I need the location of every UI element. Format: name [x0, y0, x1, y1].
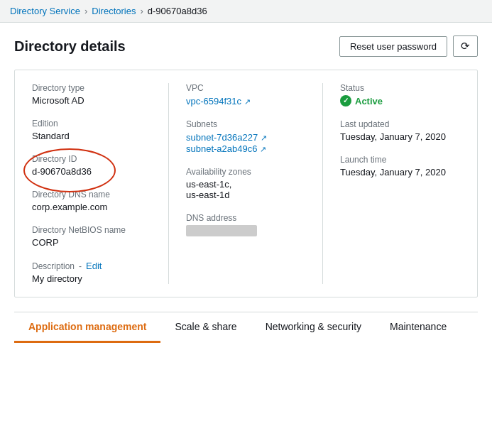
edition-group: Edition Standard: [32, 119, 151, 141]
launch-time-group: Launch time Tuesday, January 7, 2020: [340, 155, 460, 177]
directory-id-value: d-90670a8d36: [32, 166, 151, 177]
directory-dns-value: corp.example.com: [32, 202, 151, 212]
header-row: Directory details Reset user password ⟳: [14, 35, 478, 57]
dns-address-group: DNS address: [186, 213, 305, 237]
tabs-bar: Application management Scale & share Net…: [14, 312, 478, 343]
vpc-group: VPC vpc-6594f31c ↗: [186, 83, 305, 106]
directory-type-label: Directory type: [32, 83, 151, 93]
details-col-1: Directory type Microsoft AD Edition Stan…: [15, 83, 169, 284]
tab-networking-security[interactable]: Networking & security: [251, 312, 376, 343]
reset-user-password-button[interactable]: Reset user password: [339, 36, 447, 57]
description-value: My directory: [32, 273, 151, 284]
availability-zones-group: Availability zones us-east-1c, us-east-1…: [186, 167, 305, 200]
details-col-2: VPC vpc-6594f31c ↗ Subnets subnet-7d36a2…: [169, 83, 323, 284]
main-content: Directory details Reset user password ⟳ …: [0, 23, 492, 343]
tab-maintenance[interactable]: Maintenance: [376, 312, 461, 343]
breadcrumb-sep-2: ›: [140, 6, 143, 16]
details-col-3: Status Active Last updated Tuesday, Janu…: [323, 83, 477, 284]
subnet-2-value[interactable]: subnet-a2ab49c6: [186, 143, 257, 154]
subnet-2-ext-icon: ↗: [260, 145, 266, 153]
directory-dns-label: Directory DNS name: [32, 190, 151, 200]
directory-type-group: Directory type Microsoft AD: [32, 83, 151, 106]
breadcrumb: Directory Service › Directories › d-9067…: [0, 0, 492, 23]
vpc-label: VPC: [186, 83, 305, 93]
subnet-1-value[interactable]: subnet-7d36a227: [186, 132, 258, 143]
refresh-icon: ⟳: [461, 40, 470, 53]
directory-netbios-group: Directory NetBIOS name CORP: [32, 225, 151, 248]
header-actions: Reset user password ⟳: [339, 35, 478, 57]
edition-label: Edition: [32, 119, 151, 129]
tab-scale-share[interactable]: Scale & share: [160, 312, 251, 343]
vpc-value[interactable]: vpc-6594f31c: [186, 96, 241, 106]
description-edit-link[interactable]: Edit: [86, 261, 102, 271]
dns-address-label: DNS address: [186, 213, 305, 223]
directory-dns-group: Directory DNS name corp.example.com: [32, 190, 151, 212]
vpc-external-link-icon: ↗: [244, 97, 251, 106]
last-updated-group: Last updated Tuesday, January 7, 2020: [340, 119, 460, 142]
subnet-1-ext-icon: ↗: [261, 133, 267, 142]
availability-zones-label: Availability zones: [186, 167, 305, 177]
dns-address-value: [186, 225, 257, 236]
last-updated-label: Last updated: [340, 119, 460, 129]
breadcrumb-directories[interactable]: Directories: [92, 6, 136, 16]
description-group: Description - Edit My directory: [32, 261, 151, 284]
description-label-row: Description - Edit: [32, 261, 151, 271]
edition-value: Standard: [32, 131, 151, 141]
launch-time-label: Launch time: [340, 155, 460, 165]
description-label: Description: [32, 261, 75, 271]
status-value: Active: [340, 95, 460, 106]
last-updated-value: Tuesday, January 7, 2020: [340, 131, 460, 142]
directory-id-label: Directory ID: [32, 154, 151, 164]
subnets-label: Subnets: [186, 119, 305, 129]
breadcrumb-sep-1: ›: [84, 6, 87, 16]
availability-zones-value: us-east-1c, us-east-1d: [186, 179, 305, 200]
refresh-button[interactable]: ⟳: [453, 35, 478, 57]
subnets-group: Subnets subnet-7d36a227 ↗ subnet-a2ab49c…: [186, 119, 305, 154]
directory-type-value: Microsoft AD: [32, 95, 151, 106]
subnet-2-row: subnet-a2ab49c6 ↗: [186, 143, 305, 154]
directory-netbios-label: Directory NetBIOS name: [32, 225, 151, 235]
directory-id-group: Directory ID d-90670a8d36: [32, 154, 151, 177]
subnet-1-row: subnet-7d36a227 ↗: [186, 131, 305, 143]
status-group: Status Active: [340, 83, 460, 106]
tab-application-management[interactable]: Application management: [14, 312, 160, 343]
breadcrumb-directory-service[interactable]: Directory Service: [10, 6, 80, 16]
status-label: Status: [340, 83, 460, 93]
page-title: Directory details: [14, 38, 126, 55]
details-grid: Directory type Microsoft AD Edition Stan…: [14, 70, 478, 297]
status-check-icon: [340, 95, 351, 106]
launch-time-value: Tuesday, January 7, 2020: [340, 167, 460, 177]
status-active-text: Active: [355, 96, 383, 106]
breadcrumb-directory-id: d-90670a8d36: [148, 6, 207, 16]
directory-netbios-value: CORP: [32, 237, 151, 248]
